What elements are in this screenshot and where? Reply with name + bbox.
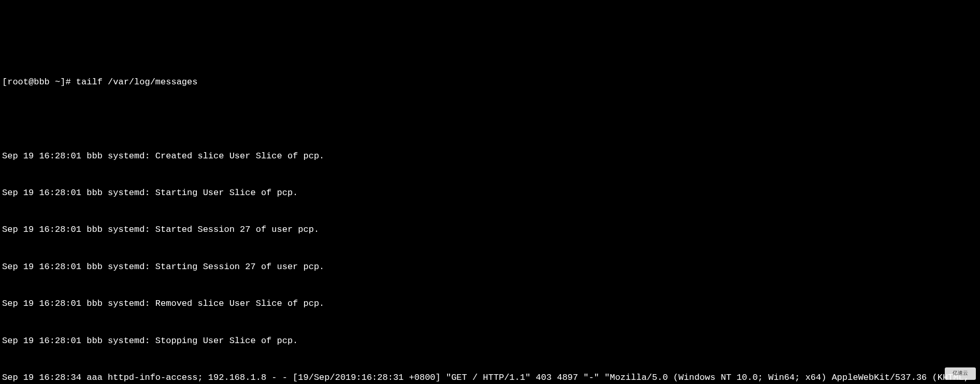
log-line: Sep 19 16:28:34 aaa httpd-info-access; 1…: [2, 372, 978, 384]
log-line: Sep 19 16:28:01 bbb systemd: Stopping Us…: [2, 335, 978, 347]
log-line: Sep 19 16:28:01 bbb systemd: Removed sli…: [2, 298, 978, 310]
command-prompt: [root@bbb ~]# tailf /var/log/messages: [2, 76, 978, 88]
blank-line: [2, 113, 978, 125]
log-line: Sep 19 16:28:01 bbb systemd: Starting Us…: [2, 187, 978, 199]
log-line: Sep 19 16:28:01 bbb systemd: Created sli…: [2, 150, 978, 163]
terminal-output[interactable]: [root@bbb ~]# tailf /var/log/messages Se…: [2, 51, 978, 384]
log-line: Sep 19 16:28:01 bbb systemd: Started Ses…: [2, 224, 978, 236]
log-line: Sep 19 16:28:01 bbb systemd: Starting Se…: [2, 261, 978, 273]
watermark-badge: 亿速云: [945, 367, 976, 380]
